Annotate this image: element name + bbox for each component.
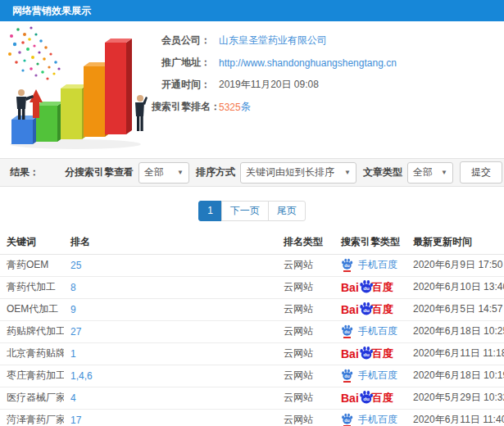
info-field-label: 推广地址： — [152, 56, 211, 70]
svg-text:du: du — [344, 263, 349, 268]
table-row: 北京膏药贴牌 1 云网站 Bai du 百度 2020年6月11日 11:18 — [0, 342, 504, 365]
businessman-right — [135, 95, 148, 131]
svg-text:du: du — [344, 374, 349, 378]
table-row: 菏泽膏药厂家 17 云网站 du 手机百度 2020年6月11日 11:40 — [0, 409, 504, 426]
bar-blue — [11, 116, 39, 144]
svg-text:du: du — [344, 418, 349, 423]
baidu-logo: Bai du 百度 — [341, 347, 393, 361]
table-header-row: 关键词 排名 排名类型 搜索引擎类型 最新更新时间 — [0, 231, 504, 254]
table-row: 医疗器械厂家 4 云网站 Bai du 百度 2020年5月29日 10:32 — [0, 387, 504, 409]
table-row: 药贴牌代加工 27 云网站 du 手机百度 2020年6月18日 10:25 — [0, 320, 504, 342]
pagination: 1 下一页 尾页 — [198, 201, 306, 221]
engine-type-cell: du 手机百度 — [334, 409, 406, 426]
engine-type-cell: Bai du 百度 — [334, 387, 406, 409]
col-header-updated: 最新更新时间 — [406, 231, 504, 254]
growth-chart-illustration — [0, 21, 152, 156]
rank-link[interactable]: 8 — [64, 276, 277, 298]
keyword-cell: 北京膏药贴牌 — [0, 342, 64, 365]
last-page-button[interactable]: 尾页 — [268, 201, 306, 221]
confetti-dots — [8, 26, 61, 79]
baidu-logo: Bai du 百度 — [341, 280, 393, 295]
bar-red — [105, 39, 132, 134]
rank-type-cell: 云网站 — [277, 342, 334, 365]
mobile-baidu-paw-icon: du — [341, 258, 353, 272]
mobile-baidu-paw-icon: du — [341, 324, 353, 338]
next-page-button[interactable]: 下一页 — [221, 201, 269, 221]
rank-link[interactable]: 17 — [64, 409, 277, 426]
mobile-baidu-label: 手机百度 — [358, 258, 397, 272]
mobile-baidu-label: 手机百度 — [358, 369, 397, 383]
rank-link[interactable]: 4 — [64, 387, 277, 409]
baidu-logo: Bai du 百度 — [341, 391, 393, 406]
svg-text:du: du — [363, 396, 370, 401]
info-field-value[interactable]: 山东皇圣堂药业有限公司 — [219, 34, 327, 48]
svg-text:du: du — [363, 307, 370, 313]
sort-filter-value: 关键词由短到长排序 — [246, 165, 334, 179]
rank-type-cell: 云网站 — [277, 298, 334, 320]
chevron-down-icon: ▼ — [344, 169, 351, 176]
page-header: 网络营销效果展示 — [0, 0, 504, 21]
engine-type-cell: du 手机百度 — [334, 254, 406, 276]
baidu-logo-cn: 百度 — [372, 347, 393, 361]
info-field-value[interactable]: http://www.shandonghuangshengtang.cn — [219, 57, 397, 69]
result-label: 结果： — [10, 165, 39, 179]
engine-type-cell: du 手机百度 — [334, 365, 406, 387]
mobile-baidu-underline — [343, 270, 351, 272]
rank-link[interactable]: 9 — [64, 298, 277, 320]
info-row: 会员公司： 山东皇圣堂药业有限公司 — [152, 29, 397, 52]
rank-type-cell: 云网站 — [277, 320, 334, 342]
rank-link[interactable]: 1,4,6 — [64, 365, 277, 387]
info-field-value: 5325 — [219, 102, 241, 113]
table-row: 枣庄膏药加工 1,4,6 云网站 du 手机百度 2020年6月18日 10:1… — [0, 365, 504, 387]
results-table: 关键词 排名 排名类型 搜索引擎类型 最新更新时间 膏药OEM 25 云网站 d… — [0, 231, 504, 426]
rank-type-cell: 云网站 — [277, 409, 334, 426]
baidu-logo-cn: 百度 — [372, 302, 393, 317]
svg-text:du: du — [363, 285, 370, 291]
rank-link[interactable]: 27 — [64, 320, 277, 342]
mobile-baidu-label: 手机百度 — [358, 324, 397, 338]
article-type-value: 全部 — [413, 165, 433, 179]
col-header-rank: 排名 — [64, 231, 277, 254]
info-field-value: 2019年11月20日 09:08 — [219, 78, 319, 92]
updated-time-cell: 2020年5月29日 10:32 — [406, 387, 504, 409]
engine-type-cell: du 手机百度 — [334, 320, 406, 342]
bar-chart-growth-image — [0, 21, 152, 156]
mobile-baidu-badge: du 手机百度 — [341, 258, 397, 272]
mobile-baidu-paw-icon: du — [341, 413, 353, 426]
baidu-logo-bai: Bai — [341, 347, 359, 360]
article-type-select[interactable]: 全部 ▼ — [407, 162, 453, 184]
engine-type-cell: Bai du 百度 — [334, 298, 406, 320]
submit-button[interactable]: 提交 — [460, 161, 502, 184]
updated-time-cell: 2020年6月18日 10:19 — [406, 365, 504, 387]
rank-type-cell: 云网站 — [277, 365, 334, 387]
engine-filter-select[interactable]: 全部 ▼ — [138, 162, 189, 184]
info-row: 推广地址： http://www.shandonghuangshengtang.… — [152, 52, 397, 74]
results-table-body: 膏药OEM 25 云网站 du 手机百度 2020年6月9日 17:50 膏药代… — [0, 254, 504, 426]
sort-filter-label: 排序方式 — [196, 165, 235, 179]
pagination-wrap: 1 下一页 尾页 — [0, 187, 504, 231]
mobile-baidu-badge: du 手机百度 — [341, 324, 397, 338]
table-row: OEM代加工 9 云网站 Bai du 百度 2020年6月5日 14:57 — [0, 298, 504, 320]
engine-filter-label: 分搜索引擎查看 — [65, 165, 134, 179]
updated-time-cell: 2020年6月11日 11:40 — [406, 409, 504, 426]
engine-type-cell: Bai du 百度 — [334, 276, 406, 298]
col-header-engine: 搜索引擎类型 — [334, 231, 406, 254]
page-number-current[interactable]: 1 — [198, 201, 222, 221]
svg-text:du: du — [363, 351, 370, 357]
baidu-logo-bai: Bai — [341, 392, 359, 405]
keyword-cell: 药贴牌代加工 — [0, 320, 64, 342]
sort-filter-select[interactable]: 关键词由短到长排序 ▼ — [240, 162, 356, 184]
info-field-label: 会员公司： — [152, 34, 211, 48]
rank-type-cell: 云网站 — [277, 254, 334, 276]
info-field-label: 开通时间： — [152, 78, 211, 92]
engine-type-cell: Bai du 百度 — [334, 342, 406, 365]
info-field-label: 搜索引擎排名： — [152, 100, 211, 114]
mobile-baidu-underline — [343, 381, 351, 383]
info-fields: 会员公司： 山东皇圣堂药业有限公司 推广地址： http://www.shand… — [152, 21, 397, 158]
rank-type-cell: 云网站 — [277, 276, 334, 298]
baidu-logo-bai: Bai — [341, 281, 359, 294]
chevron-down-icon: ▼ — [177, 169, 184, 176]
rank-link[interactable]: 1 — [64, 342, 277, 365]
chevron-down-icon: ▼ — [441, 169, 447, 176]
rank-link[interactable]: 25 — [64, 254, 277, 276]
